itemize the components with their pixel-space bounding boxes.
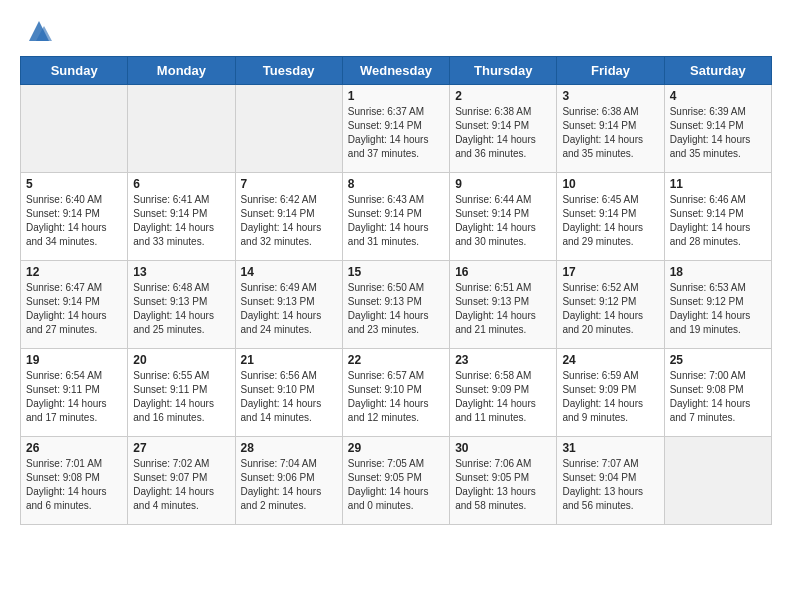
day-number: 6 — [133, 177, 229, 191]
day-number: 29 — [348, 441, 444, 455]
cell-text: Sunrise: 7:02 AM Sunset: 9:07 PM Dayligh… — [133, 457, 229, 513]
cell-text: Sunrise: 7:01 AM Sunset: 9:08 PM Dayligh… — [26, 457, 122, 513]
day-number: 23 — [455, 353, 551, 367]
calendar-cell: 4Sunrise: 6:39 AM Sunset: 9:14 PM Daylig… — [664, 85, 771, 173]
calendar-cell: 29Sunrise: 7:05 AM Sunset: 9:05 PM Dayli… — [342, 437, 449, 525]
calendar-cell: 27Sunrise: 7:02 AM Sunset: 9:07 PM Dayli… — [128, 437, 235, 525]
day-number: 25 — [670, 353, 766, 367]
cell-text: Sunrise: 6:38 AM Sunset: 9:14 PM Dayligh… — [455, 105, 551, 161]
calendar-cell: 25Sunrise: 7:00 AM Sunset: 9:08 PM Dayli… — [664, 349, 771, 437]
calendar-cell: 19Sunrise: 6:54 AM Sunset: 9:11 PM Dayli… — [21, 349, 128, 437]
cell-text: Sunrise: 6:38 AM Sunset: 9:14 PM Dayligh… — [562, 105, 658, 161]
calendar-week-row: 1Sunrise: 6:37 AM Sunset: 9:14 PM Daylig… — [21, 85, 772, 173]
calendar-cell: 3Sunrise: 6:38 AM Sunset: 9:14 PM Daylig… — [557, 85, 664, 173]
day-number: 2 — [455, 89, 551, 103]
cell-text: Sunrise: 7:06 AM Sunset: 9:05 PM Dayligh… — [455, 457, 551, 513]
cell-text: Sunrise: 6:41 AM Sunset: 9:14 PM Dayligh… — [133, 193, 229, 249]
calendar-cell: 1Sunrise: 6:37 AM Sunset: 9:14 PM Daylig… — [342, 85, 449, 173]
calendar-cell — [235, 85, 342, 173]
day-number: 14 — [241, 265, 337, 279]
weekday-header: Tuesday — [235, 57, 342, 85]
day-number: 8 — [348, 177, 444, 191]
calendar-cell: 13Sunrise: 6:48 AM Sunset: 9:13 PM Dayli… — [128, 261, 235, 349]
weekday-header: Thursday — [450, 57, 557, 85]
calendar-cell: 5Sunrise: 6:40 AM Sunset: 9:14 PM Daylig… — [21, 173, 128, 261]
page: SundayMondayTuesdayWednesdayThursdayFrid… — [0, 0, 792, 535]
day-number: 5 — [26, 177, 122, 191]
day-number: 16 — [455, 265, 551, 279]
cell-text: Sunrise: 7:05 AM Sunset: 9:05 PM Dayligh… — [348, 457, 444, 513]
calendar-cell: 31Sunrise: 7:07 AM Sunset: 9:04 PM Dayli… — [557, 437, 664, 525]
day-number: 15 — [348, 265, 444, 279]
header — [20, 16, 772, 46]
day-number: 20 — [133, 353, 229, 367]
day-number: 26 — [26, 441, 122, 455]
weekday-header: Friday — [557, 57, 664, 85]
calendar-cell: 21Sunrise: 6:56 AM Sunset: 9:10 PM Dayli… — [235, 349, 342, 437]
calendar-cell: 26Sunrise: 7:01 AM Sunset: 9:08 PM Dayli… — [21, 437, 128, 525]
calendar-cell: 15Sunrise: 6:50 AM Sunset: 9:13 PM Dayli… — [342, 261, 449, 349]
calendar-week-row: 5Sunrise: 6:40 AM Sunset: 9:14 PM Daylig… — [21, 173, 772, 261]
calendar-cell: 30Sunrise: 7:06 AM Sunset: 9:05 PM Dayli… — [450, 437, 557, 525]
cell-text: Sunrise: 6:37 AM Sunset: 9:14 PM Dayligh… — [348, 105, 444, 161]
calendar-cell: 23Sunrise: 6:58 AM Sunset: 9:09 PM Dayli… — [450, 349, 557, 437]
calendar-cell: 16Sunrise: 6:51 AM Sunset: 9:13 PM Dayli… — [450, 261, 557, 349]
cell-text: Sunrise: 7:04 AM Sunset: 9:06 PM Dayligh… — [241, 457, 337, 513]
cell-text: Sunrise: 6:52 AM Sunset: 9:12 PM Dayligh… — [562, 281, 658, 337]
day-number: 1 — [348, 89, 444, 103]
calendar-cell: 22Sunrise: 6:57 AM Sunset: 9:10 PM Dayli… — [342, 349, 449, 437]
cell-text: Sunrise: 6:54 AM Sunset: 9:11 PM Dayligh… — [26, 369, 122, 425]
calendar-cell — [21, 85, 128, 173]
day-number: 13 — [133, 265, 229, 279]
cell-text: Sunrise: 6:57 AM Sunset: 9:10 PM Dayligh… — [348, 369, 444, 425]
cell-text: Sunrise: 6:56 AM Sunset: 9:10 PM Dayligh… — [241, 369, 337, 425]
weekday-header: Wednesday — [342, 57, 449, 85]
calendar-week-row: 19Sunrise: 6:54 AM Sunset: 9:11 PM Dayli… — [21, 349, 772, 437]
day-number: 18 — [670, 265, 766, 279]
cell-text: Sunrise: 6:45 AM Sunset: 9:14 PM Dayligh… — [562, 193, 658, 249]
calendar-table: SundayMondayTuesdayWednesdayThursdayFrid… — [20, 56, 772, 525]
calendar-cell: 2Sunrise: 6:38 AM Sunset: 9:14 PM Daylig… — [450, 85, 557, 173]
weekday-header: Saturday — [664, 57, 771, 85]
calendar-cell: 11Sunrise: 6:46 AM Sunset: 9:14 PM Dayli… — [664, 173, 771, 261]
calendar-week-row: 12Sunrise: 6:47 AM Sunset: 9:14 PM Dayli… — [21, 261, 772, 349]
calendar-cell: 24Sunrise: 6:59 AM Sunset: 9:09 PM Dayli… — [557, 349, 664, 437]
day-number: 12 — [26, 265, 122, 279]
day-number: 31 — [562, 441, 658, 455]
calendar-cell — [664, 437, 771, 525]
calendar-cell: 6Sunrise: 6:41 AM Sunset: 9:14 PM Daylig… — [128, 173, 235, 261]
cell-text: Sunrise: 6:47 AM Sunset: 9:14 PM Dayligh… — [26, 281, 122, 337]
day-number: 9 — [455, 177, 551, 191]
cell-text: Sunrise: 7:07 AM Sunset: 9:04 PM Dayligh… — [562, 457, 658, 513]
weekday-header: Sunday — [21, 57, 128, 85]
day-number: 11 — [670, 177, 766, 191]
calendar-cell: 20Sunrise: 6:55 AM Sunset: 9:11 PM Dayli… — [128, 349, 235, 437]
calendar-cell — [128, 85, 235, 173]
calendar-cell: 10Sunrise: 6:45 AM Sunset: 9:14 PM Dayli… — [557, 173, 664, 261]
cell-text: Sunrise: 6:53 AM Sunset: 9:12 PM Dayligh… — [670, 281, 766, 337]
calendar-week-row: 26Sunrise: 7:01 AM Sunset: 9:08 PM Dayli… — [21, 437, 772, 525]
day-number: 27 — [133, 441, 229, 455]
cell-text: Sunrise: 6:58 AM Sunset: 9:09 PM Dayligh… — [455, 369, 551, 425]
logo — [20, 16, 54, 46]
calendar-cell: 28Sunrise: 7:04 AM Sunset: 9:06 PM Dayli… — [235, 437, 342, 525]
calendar-cell: 18Sunrise: 6:53 AM Sunset: 9:12 PM Dayli… — [664, 261, 771, 349]
cell-text: Sunrise: 6:48 AM Sunset: 9:13 PM Dayligh… — [133, 281, 229, 337]
day-number: 7 — [241, 177, 337, 191]
calendar-cell: 17Sunrise: 6:52 AM Sunset: 9:12 PM Dayli… — [557, 261, 664, 349]
cell-text: Sunrise: 6:55 AM Sunset: 9:11 PM Dayligh… — [133, 369, 229, 425]
cell-text: Sunrise: 6:39 AM Sunset: 9:14 PM Dayligh… — [670, 105, 766, 161]
cell-text: Sunrise: 6:40 AM Sunset: 9:14 PM Dayligh… — [26, 193, 122, 249]
calendar-cell: 12Sunrise: 6:47 AM Sunset: 9:14 PM Dayli… — [21, 261, 128, 349]
calendar-header-row: SundayMondayTuesdayWednesdayThursdayFrid… — [21, 57, 772, 85]
cell-text: Sunrise: 6:43 AM Sunset: 9:14 PM Dayligh… — [348, 193, 444, 249]
day-number: 17 — [562, 265, 658, 279]
cell-text: Sunrise: 6:46 AM Sunset: 9:14 PM Dayligh… — [670, 193, 766, 249]
cell-text: Sunrise: 7:00 AM Sunset: 9:08 PM Dayligh… — [670, 369, 766, 425]
day-number: 10 — [562, 177, 658, 191]
day-number: 19 — [26, 353, 122, 367]
cell-text: Sunrise: 6:42 AM Sunset: 9:14 PM Dayligh… — [241, 193, 337, 249]
calendar-cell: 14Sunrise: 6:49 AM Sunset: 9:13 PM Dayli… — [235, 261, 342, 349]
cell-text: Sunrise: 6:59 AM Sunset: 9:09 PM Dayligh… — [562, 369, 658, 425]
cell-text: Sunrise: 6:49 AM Sunset: 9:13 PM Dayligh… — [241, 281, 337, 337]
